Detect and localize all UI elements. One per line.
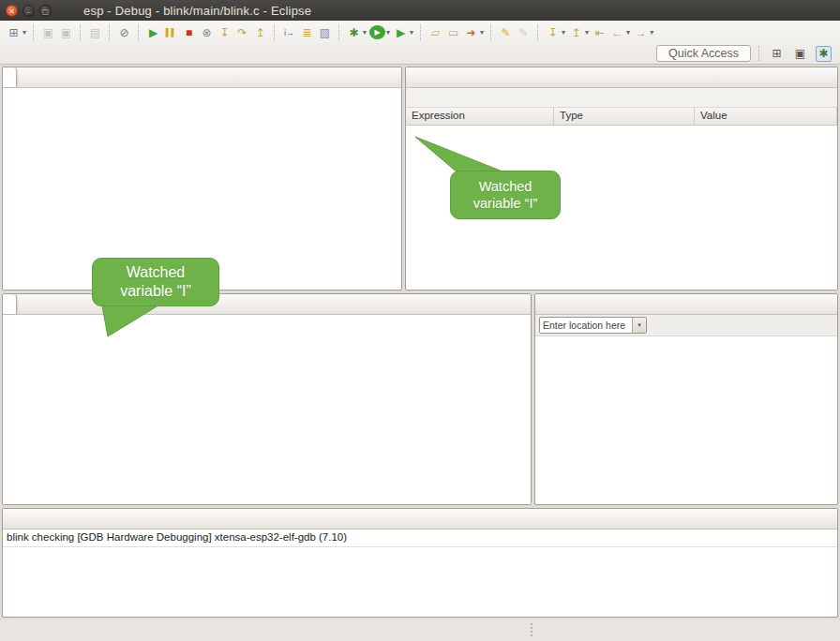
trace-control-icon[interactable]: ▨ — [317, 24, 333, 40]
callout-text-line1: Watched — [479, 178, 532, 195]
column-header-expression[interactable]: Expression — [406, 108, 554, 125]
instruction-stepping-icon[interactable]: i→ — [281, 24, 297, 40]
code-editor-area[interactable] — [3, 315, 531, 505]
debug-launch-tree — [3, 88, 401, 91]
step-over-icon[interactable]: ↷ — [234, 24, 250, 40]
dropdown-arrow-icon[interactable]: ▾ — [22, 28, 26, 37]
run-icon[interactable]: ▶ — [369, 25, 385, 39]
minimize-button[interactable]: – — [22, 5, 35, 17]
dropdown-arrow-icon[interactable]: ▾ — [585, 28, 589, 37]
toolbar-separator — [109, 24, 111, 40]
expressions-tabbar — [406, 67, 837, 88]
show-execution-icon[interactable]: ≣ — [299, 24, 315, 40]
editor-window-icons — [526, 294, 531, 314]
editor-tabbar — [3, 294, 531, 315]
debug-view-tabbar — [3, 67, 401, 88]
perspective-switcher: ⊞▣✱ — [768, 46, 832, 62]
watched-variable-callout-expressions: Watched variable “I” — [450, 171, 561, 219]
tab-blink-c[interactable] — [3, 294, 17, 314]
step-into-icon[interactable]: ↧ — [217, 24, 232, 40]
toolbar-separator — [537, 24, 539, 40]
dropdown-arrow-icon[interactable]: ▾ — [386, 28, 390, 37]
window-titlebar: ✕–▢ esp - Debug - blink/main/blink.c - E… — [0, 0, 840, 21]
save-icon[interactable]: ▣ — [40, 24, 56, 40]
open-resource-icon[interactable]: ▭ — [445, 24, 461, 40]
maximize-button[interactable]: ▢ — [39, 5, 52, 17]
toolbar-separator — [138, 24, 140, 40]
dropdown-arrow-icon[interactable]: ▾ — [410, 28, 413, 37]
console-output — [3, 547, 837, 551]
statusbar-handle — [531, 623, 532, 636]
callout-text-line1: Watched — [127, 263, 186, 282]
cpp-perspective-icon[interactable]: ▣ — [792, 46, 808, 62]
dropdown-arrow-icon[interactable]: ▾ — [626, 28, 630, 37]
toolbar-second-row: Quick Access ⊞▣✱ — [0, 44, 840, 63]
main-toolbar: ⊞▾▣▣▤⊘▶▌▌■⊗↧↷↥i→≣▨✱▾▶▾▶▾▱▭➜▾✎✎↧▾↥▾⇤←▾→▾ … — [0, 21, 840, 65]
location-combo-text: Enter location here — [540, 320, 632, 331]
disconnect-icon[interactable]: ⊗ — [199, 24, 215, 40]
window-title: esp - Debug - blink/main/blink.c - Eclip… — [83, 4, 311, 18]
toolbar-separator — [80, 24, 82, 40]
step-return-icon[interactable]: ↥ — [252, 24, 268, 40]
dropdown-arrow-icon[interactable]: ▾ — [562, 28, 565, 37]
debug-perspective-icon[interactable]: ✱ — [816, 46, 832, 62]
external-tools-icon[interactable]: ▶ — [393, 24, 409, 40]
build-icon[interactable]: ▤ — [87, 24, 103, 40]
tabbar-spacer — [17, 67, 397, 87]
console-panel: blink checking [GDB Hardware Debugging] … — [2, 508, 838, 618]
dropdown-arrow-icon[interactable]: ▾ — [363, 28, 367, 37]
goto-annotation-icon[interactable]: ↥ — [568, 24, 584, 40]
callout-text-line2: variable “I” — [120, 282, 191, 301]
combo-dropdown-icon[interactable]: ▾ — [632, 318, 646, 333]
column-header-type[interactable]: Type — [554, 108, 695, 125]
new-wizard-icon[interactable]: ⊞ — [6, 24, 22, 40]
toolbar-separator — [274, 24, 276, 40]
expressions-toolbar — [406, 88, 837, 108]
open-perspective-icon[interactable]: ⊞ — [769, 46, 785, 62]
toolbar-separator — [338, 24, 340, 40]
skip-all-breakpoints-icon[interactable]: ⊘ — [116, 24, 132, 40]
mark-occurrences-icon[interactable]: ✎ — [498, 24, 514, 40]
debug-icon[interactable]: ✱ — [346, 24, 362, 40]
last-edit-location-icon[interactable]: ⇤ — [592, 24, 608, 40]
status-bar — [0, 619, 840, 641]
save-all-icon[interactable]: ▣ — [58, 24, 74, 40]
disassembly-toolbar: Enter location here ▾ — [535, 315, 837, 336]
location-combo[interactable]: Enter location here ▾ — [539, 317, 647, 334]
annotation-icon[interactable]: ✎ — [516, 24, 532, 40]
close-button[interactable]: ✕ — [6, 5, 18, 17]
quick-access-button[interactable]: Quick Access — [656, 45, 751, 62]
toolbar-separator — [758, 46, 760, 61]
disassembly-view-panel: Enter location here ▾ — [534, 293, 838, 505]
expressions-table-header: Expression Type Value — [406, 108, 837, 126]
dropdown-arrow-icon[interactable]: ▾ — [650, 28, 653, 37]
flash-target-icon[interactable]: ➜ — [463, 24, 479, 40]
editor-panel — [2, 293, 532, 505]
tab-debug[interactable] — [3, 67, 17, 87]
window-controls: ✕–▢ — [6, 5, 52, 17]
main-toolbar-icons: ⊞▾▣▣▤⊘▶▌▌■⊗↧↷↥i→≣▨✱▾▶▾▶▾▱▭➜▾✎✎↧▾↥▾⇤←▾→▾ — [0, 21, 840, 44]
toolbar-separator — [420, 24, 422, 40]
watched-variable-callout-editor: Watched variable “I” — [92, 258, 219, 306]
toolbar-separator — [490, 24, 492, 40]
resume-icon[interactable]: ▶ — [145, 24, 161, 40]
back-icon[interactable]: ← — [609, 24, 625, 40]
console-tabbar — [3, 509, 837, 529]
toolbar-separator — [33, 24, 35, 40]
callout-text-line2: variable “I” — [473, 195, 538, 212]
column-header-value[interactable]: Value — [695, 108, 837, 125]
terminate-icon[interactable]: ■ — [181, 24, 197, 40]
pin-editor-icon[interactable]: ↧ — [545, 24, 561, 40]
dropdown-arrow-icon[interactable]: ▾ — [480, 28, 484, 37]
forward-icon[interactable]: → — [633, 24, 649, 40]
open-element-icon[interactable]: ▱ — [428, 24, 443, 40]
disassembly-tabbar — [535, 294, 837, 315]
suspend-icon[interactable]: ▌▌ — [163, 24, 179, 40]
console-title-line: blink checking [GDB Hardware Debugging] … — [3, 529, 837, 547]
debug-view-toolbar — [397, 67, 401, 87]
